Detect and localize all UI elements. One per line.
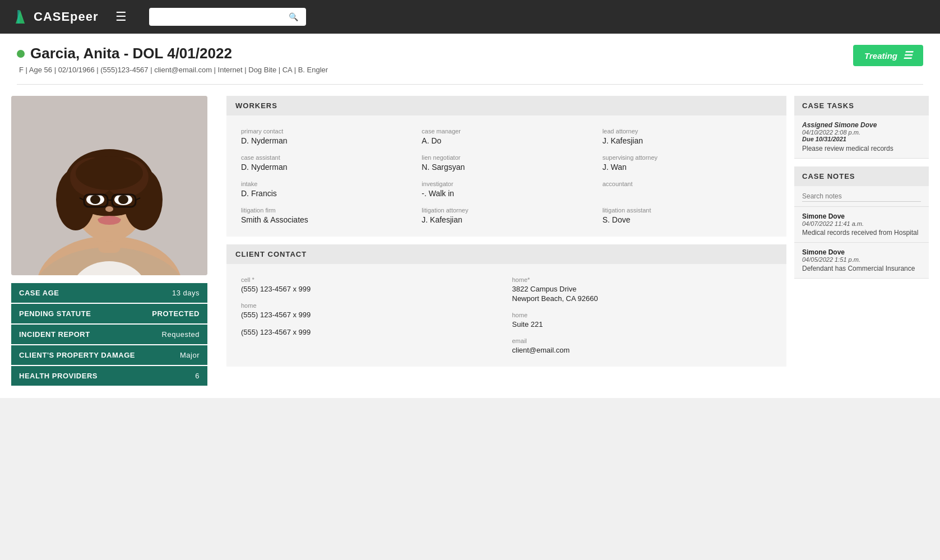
task-desc-0: Please review medical records [802,145,921,152]
logo-area: CASEpeer [11,8,99,26]
worker-role-litigation-firm: litigation firm [241,207,410,214]
worker-case-manager: case manager A. Do [416,123,596,150]
search-input[interactable] [157,12,286,21]
stats-list: CASE AGE 13 days PENDING STATUTE PROTECT… [11,283,207,386]
svg-point-14 [76,156,143,190]
note-text-1: Defendant has Commercial Insurance [802,265,921,272]
svg-point-24 [105,206,113,212]
stat-value-pending-statute: PROTECTED [152,309,200,318]
contact-label-cell: cell * [241,276,501,283]
client-title-area: Garcia, Anita - DOL 4/01/2022 F | Age 56… [17,45,328,74]
main-wrapper: Garcia, Anita - DOL 4/01/2022 F | Age 56… [0,34,940,398]
stat-row-health-providers: HEALTH PROVIDERS 6 [11,366,207,386]
worker-name-case-manager: A. Do [422,136,591,145]
case-tasks-section: CASE TASKS Assigned Simone Dove 04/10/20… [794,96,929,159]
task-due-0: Due 10/31/2021 [802,136,921,142]
worker-name-litigation-attorney: J. Kafesjian [422,215,591,224]
menu-button[interactable]: ☰ [115,10,127,24]
worker-role-case-assistant: case assistant [241,154,410,161]
note-item-0: Simone Dove 04/07/2022 11:41 a.m. Medica… [794,207,929,243]
note-author-1: Simone Dove [802,248,921,256]
contact-cell-home-phone2: (555) 123-4567 x 999 [235,323,507,341]
contact-label-email: email [512,337,772,344]
stat-label-case-age: CASE AGE [19,289,59,297]
status-dot [17,50,25,58]
right-column: CASE TASKS Assigned Simone Dove 04/10/20… [794,96,929,286]
search-icon: 🔍 [289,12,298,21]
app-name: CASEpeer [34,10,99,24]
stat-value-incident-report: Requested [162,330,200,339]
svg-point-25 [98,216,121,225]
stat-label-pending-statute: PENDING STATUTE [19,309,91,318]
worker-role-case-manager: case manager [422,128,591,135]
stat-row-property-damage: CLIENT'S PROPERTY DAMAGE Major [11,345,207,365]
contact-label-home-phone: home [241,302,501,309]
worker-litigation-assistant: litigation assistant S. Dove [597,202,777,229]
worker-name-case-assistant: D. Nyderman [241,163,410,172]
contact-cell-home-addr: home* 3822 Campus Drive Newport Beach, C… [507,272,778,307]
top-nav: CASEpeer ☰ 🔍 [0,0,940,34]
worker-name-lien-negotiator: N. Sargsyan [422,163,591,172]
workers-grid: primary contact D. Nyderman case manager… [226,115,786,237]
worker-role-litigation-attorney: litigation attorney [422,207,591,214]
svg-point-17 [90,195,100,204]
client-meta: F | Age 56 | 02/10/1966 | (555)123-4567 … [19,66,328,74]
worker-role-supervising-attorney: supervising attorney [603,154,772,161]
worker-name-investigator: -. Walk in [422,189,591,198]
contact-value-home-addr-line1: 3822 Campus Drive [512,285,772,293]
worker-role-litigation-assistant: litigation assistant [603,207,772,214]
client-name-row: Garcia, Anita - DOL 4/01/2022 [17,45,328,62]
case-notes-header: CASE NOTES [794,166,929,186]
worker-supervising-attorney: supervising attorney J. Wan [597,150,777,176]
contact-value-home-addr-line2: Newport Beach, CA 92660 [512,294,772,303]
worker-investigator: investigator -. Walk in [416,176,596,202]
worker-role-lien-negotiator: lien negotiator [422,154,591,161]
client-contact-section: CLIENT CONTACT cell * (555) 123-4567 x 9… [226,244,786,367]
worker-name-intake: D. Francis [241,189,410,198]
note-text-0: Medical records received from Hospital [802,229,921,237]
svg-point-18 [118,195,128,204]
contact-cell-cell: cell * (555) 123-4567 x 999 [235,272,507,298]
stat-label-property-damage: CLIENT'S PROPERTY DAMAGE [19,351,135,359]
stat-row-pending-statute: PENDING STATUTE PROTECTED [11,304,207,323]
stat-value-property-damage: Major [180,351,200,359]
contact-value-cell: (555) 123-4567 x 999 [241,285,501,293]
worker-name-primary-contact: D. Nyderman [241,136,410,145]
stat-value-case-age: 13 days [172,289,200,297]
treating-label: Treating [864,51,897,61]
contact-label-home-suite: home [512,312,772,318]
content-area: CASE AGE 13 days PENDING STATUTE PROTECT… [0,85,940,398]
worker-role-accountant: accountant [603,181,772,187]
logo-icon [11,8,29,26]
stat-value-health-providers: 6 [195,372,200,380]
contact-label-home-addr: home* [512,276,772,283]
worker-role-primary-contact: primary contact [241,128,410,135]
notes-search-container [794,186,929,207]
worker-name-litigation-assistant: S. Dove [603,215,772,224]
workers-section-header: WORKERS [226,96,786,115]
notes-search-input[interactable] [802,191,921,202]
task-item-0: Assigned Simone Dove 04/10/2022 2:08 p.m… [794,115,929,159]
stat-label-health-providers: HEALTH PROVIDERS [19,372,98,380]
case-tasks-header: CASE TASKS [794,96,929,115]
worker-role-intake: intake [241,181,410,187]
worker-accountant: accountant [597,176,777,202]
client-name: Garcia, Anita - DOL 4/01/2022 [30,45,232,62]
stat-label-incident-report: INCIDENT REPORT [19,330,90,339]
note-author-0: Simone Dove [802,212,921,220]
contact-value-home-phone: (555) 123-4567 x 999 [241,311,501,319]
middle-column: WORKERS primary contact D. Nyderman case… [226,96,786,374]
worker-lead-attorney: lead attorney J. Kafesjian [597,123,777,150]
contact-value-home-suite: Suite 221 [512,320,772,328]
contact-cell-home-phone: home (555) 123-4567 x 999 [235,298,507,323]
contact-cell-home-suite: home Suite 221 [507,307,778,333]
worker-primary-contact: primary contact D. Nyderman [235,123,416,150]
note-date-1: 04/05/2022 1:51 p.m. [802,256,921,263]
worker-litigation-firm: litigation firm Smith & Associates [235,202,416,229]
contact-value-email: client@email.com [512,346,772,354]
stat-row-case-age: CASE AGE 13 days [11,283,207,303]
contact-left: cell * (555) 123-4567 x 999 home (555) 1… [235,272,507,359]
worker-role-investigator: investigator [422,181,591,187]
treating-badge[interactable]: Treating ☰ [853,45,923,66]
task-date-0: 04/10/2022 2:08 p.m. [802,129,921,136]
